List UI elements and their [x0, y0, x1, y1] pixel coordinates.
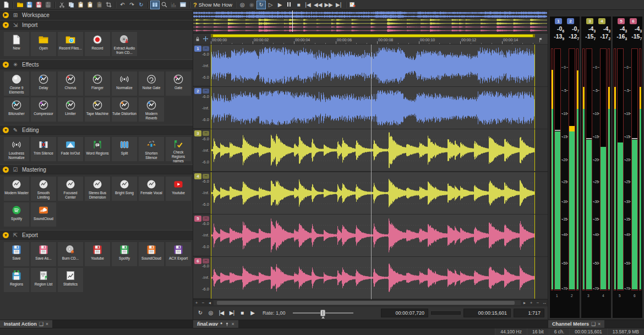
- scroll-left-button[interactable]: ◂: [206, 300, 213, 306]
- pause-button[interactable]: [285, 1, 294, 9]
- action-word-regions[interactable]: Word Regions: [85, 137, 110, 161]
- meter-group-ch5-6[interactable]: 56-43-43-163-1570-5-10-15-20-25-30-35-40…: [613, 17, 642, 318]
- channel-badge-5[interactable]: 5: [194, 216, 201, 222]
- collapse-section-icon[interactable]: ▼: [3, 22, 9, 28]
- tab-final-wav[interactable]: final.wav * ×: [193, 320, 238, 328]
- action-burn-cd[interactable]: Burn CD...: [58, 242, 83, 266]
- time-ruler[interactable]: 00:00:0000:00:0200:00:0400:00:0600:00:08…: [211, 34, 548, 44]
- close-meters-icon[interactable]: ×: [598, 322, 601, 327]
- action-gate[interactable]: Gate: [166, 72, 191, 96]
- waveform-channel-2[interactable]: [211, 87, 548, 128]
- waveform-channel-1[interactable]: [211, 45, 548, 86]
- save-all-button[interactable]: [43, 1, 53, 9]
- action-flanger[interactable]: Flanger: [85, 72, 110, 96]
- close-document-icon[interactable]: ×: [232, 322, 234, 327]
- float-panel-icon[interactable]: ❑: [39, 322, 43, 327]
- action-limiter[interactable]: Limiter: [58, 97, 83, 122]
- action-spotify[interactable]: Spotify: [4, 202, 29, 227]
- collapse-channel-button[interactable]: −: [203, 46, 209, 51]
- record-toolbar-button[interactable]: ◉: [247, 1, 256, 9]
- plugin-chain-button[interactable]: [178, 1, 188, 9]
- forward-button[interactable]: ▶▶: [323, 1, 334, 9]
- show-me-how-button[interactable]: ?Show Me How: [192, 1, 233, 9]
- action-female-vocal[interactable]: Female Vocal: [139, 177, 164, 201]
- scroll-right-button[interactable]: ▸: [521, 300, 528, 306]
- collapse-channel-button[interactable]: −: [203, 131, 209, 136]
- action-acx-export[interactable]: ACX Export: [166, 242, 191, 266]
- waveform-channel-3[interactable]: [211, 129, 548, 171]
- meter-group-ch3-4[interactable]: 34-43-43-157-1720-5-10-15-20-25-30-35-40…: [581, 17, 611, 318]
- rate-slider-handle[interactable]: [320, 310, 325, 316]
- rewind-button[interactable]: ◀◀: [313, 1, 323, 9]
- close-panel-icon[interactable]: ×: [46, 322, 48, 327]
- waveform-channel-6[interactable]: [211, 257, 548, 298]
- loop-playback-button[interactable]: ↻: [197, 310, 204, 316]
- event-tool-button[interactable]: [348, 1, 357, 9]
- go-to-start-button[interactable]: |◀: [217, 310, 225, 316]
- action-focused-center[interactable]: Focused Center: [58, 177, 83, 201]
- action-soundcloud[interactable]: SoundCloud: [31, 202, 56, 227]
- channel-badge-6[interactable]: 6: [194, 258, 201, 264]
- go-to-start-button[interactable]: |◀: [303, 1, 313, 9]
- marker-flag-icon[interactable]: [538, 37, 544, 43]
- expand-section-icon[interactable]: ▶: [3, 12, 9, 18]
- stop-button[interactable]: ■: [294, 1, 303, 9]
- action-tape-machine[interactable]: Tape Machine: [85, 97, 110, 122]
- action-trim-silence[interactable]: Trim Silence: [31, 137, 56, 161]
- action-open[interactable]: Open: [31, 32, 56, 56]
- action-shorten-silence[interactable]: Shorten Silence: [139, 137, 164, 161]
- paste-insert-button[interactable]: [85, 1, 95, 9]
- action-soundcloud[interactable]: SoundCloud: [139, 242, 164, 266]
- redo-button[interactable]: ↷: [127, 1, 137, 9]
- action-youtube[interactable]: Youtube: [85, 242, 110, 266]
- action-loudness-normalize[interactable]: Loudness Normalize: [4, 137, 29, 161]
- cut-button[interactable]: [57, 1, 67, 9]
- action-save-as[interactable]: Save As...: [31, 242, 56, 266]
- action-ozone-9-elements[interactable]: Ozone 9 Elements: [4, 72, 29, 96]
- play-button[interactable]: ▶: [275, 1, 285, 9]
- stop-button[interactable]: ■: [238, 310, 246, 316]
- zoom-in-button[interactable]: +: [193, 300, 200, 306]
- action-tube-distortion[interactable]: Tube Distortion: [112, 97, 137, 122]
- section-header-editing[interactable]: ▼✎Editing: [0, 125, 193, 135]
- collapse-channel-button[interactable]: −: [203, 216, 209, 221]
- open-button[interactable]: [15, 1, 25, 9]
- channel-converter-button[interactable]: [150, 1, 160, 9]
- file-overview-strip[interactable]: [193, 10, 548, 34]
- move-cursor-icon[interactable]: [202, 35, 209, 42]
- action-smooth-limiting[interactable]: Smooth Limiting: [31, 177, 56, 201]
- action-fade-in-out[interactable]: Fade In/Out: [58, 137, 83, 161]
- collapse-channel-button[interactable]: −: [203, 89, 209, 94]
- repeat-button[interactable]: ↻: [137, 1, 146, 9]
- action-bright-song[interactable]: Bright Song: [112, 177, 137, 201]
- loop-playback-button[interactable]: ↻: [256, 1, 266, 9]
- lock-icon[interactable]: [194, 36, 201, 42]
- length-display[interactable]: 00:00:15,601: [463, 309, 511, 317]
- action-normalize[interactable]: Normalize: [112, 72, 137, 96]
- zoom-in-button-2[interactable]: +: [528, 300, 534, 306]
- action-modern-reverb[interactable]: Modern Reverb: [139, 97, 164, 122]
- action-bitcrusher[interactable]: Bitcrusher: [4, 97, 29, 122]
- action-save[interactable]: Save: [4, 242, 29, 266]
- save-as-button[interactable]: [34, 1, 43, 9]
- action-check-regions-names[interactable]: Check Regions names: [166, 137, 191, 161]
- tab-channel-meters[interactable]: Channel Meters ❑ ×: [548, 320, 604, 328]
- collapse-section-icon[interactable]: ▼: [3, 232, 9, 238]
- zoom-ratio-display[interactable]: 1:717: [514, 309, 544, 317]
- action-compressor[interactable]: Compressor: [31, 97, 56, 122]
- action-extract-audio-from-cd[interactable]: Extract Audio from CD...: [112, 32, 137, 56]
- collapse-channel-button[interactable]: −: [203, 259, 209, 263]
- play-button[interactable]: ▶: [249, 310, 256, 316]
- action-spotify[interactable]: Spotify: [112, 242, 137, 266]
- section-header-mastering[interactable]: ▼☑Mastering: [0, 164, 193, 174]
- meter-group-ch1-2[interactable]: 12-06-07-139-1270-5-10-15-20-25-30-35-40…: [550, 17, 580, 318]
- action-record[interactable]: Record: [85, 32, 110, 56]
- channel-badge-2[interactable]: 2: [194, 88, 201, 94]
- channel-badge-1[interactable]: 1: [194, 46, 201, 52]
- zoom-fit-button[interactable]: ↔: [541, 300, 548, 306]
- selection-band[interactable]: [211, 34, 535, 37]
- action-recent-files[interactable]: Recent Files...: [58, 32, 83, 56]
- section-header-import[interactable]: ▼⇲Import: [0, 20, 193, 30]
- action-new[interactable]: New: [4, 32, 29, 56]
- statistics-tool-button[interactable]: [169, 1, 178, 9]
